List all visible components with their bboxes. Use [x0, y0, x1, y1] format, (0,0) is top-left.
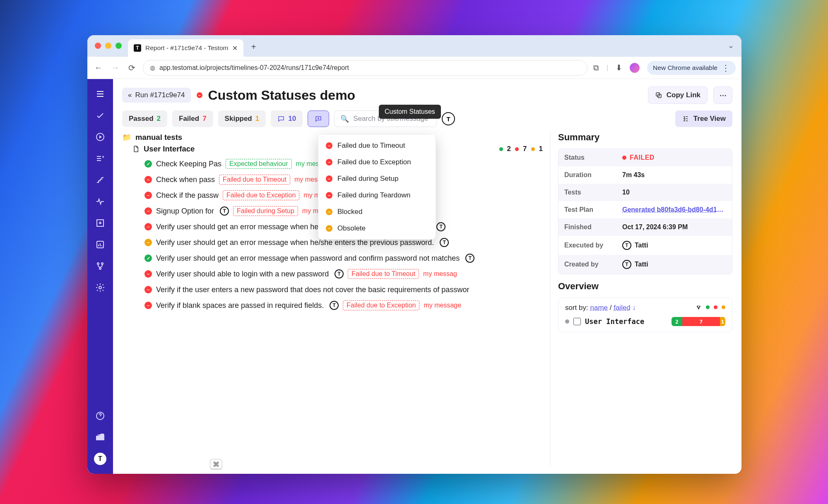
summary-created-by: TTatti: [616, 255, 732, 274]
status-option-label: Blocked: [337, 208, 362, 216]
custom-status-dropdown: –Failed due to Timeout–Failed due to Exc…: [318, 135, 436, 240]
status-badge: Failed due to Exception: [223, 190, 299, 200]
copy-link-label: Copy Link: [667, 91, 700, 99]
filter-failed[interactable]: Failed 7: [172, 110, 213, 127]
extensions-icon[interactable]: ⧉: [593, 63, 599, 72]
file-icon: [132, 145, 140, 153]
summary-plan[interactable]: Generated b80fa3d6-bd80-4d10-…: [616, 201, 732, 218]
new-chrome-pill[interactable]: New Chrome available ⋮: [647, 61, 736, 75]
test-title: Check if the passw: [156, 191, 219, 200]
toolbar-actions: ⧉ | ⬇ New Chrome available ⋮: [593, 61, 736, 75]
fail-status-icon: [144, 302, 152, 309]
pulse-icon[interactable]: [91, 192, 109, 211]
check-icon[interactable]: [91, 106, 109, 125]
page-header: « Run #171c9e74 – Custom Statuses demo C…: [113, 79, 741, 106]
play-icon[interactable]: [91, 128, 109, 146]
filter-custom-statuses[interactable]: [308, 110, 329, 127]
tooltip-custom-statuses: Custom Statuses: [379, 105, 441, 119]
tree-view-button[interactable]: Tree View: [675, 110, 732, 127]
tab-title: Report - #171c9e74 - Testom: [145, 44, 228, 52]
tree-view-label: Tree View: [693, 115, 726, 123]
pass-status-icon: [144, 160, 152, 168]
minimize-window[interactable]: [105, 43, 111, 49]
assignee-badge[interactable]: T: [442, 112, 455, 125]
test-row[interactable]: Verify if blank spaces are passed in req…: [122, 298, 543, 313]
fail-dot-icon: –: [326, 175, 332, 182]
chevron-left-icon: «: [128, 91, 132, 99]
url-text: app.testomat.io/projects/timelines-07-20…: [159, 64, 349, 72]
message-icon: [277, 115, 285, 122]
status-option-label: Failed due to Exception: [337, 158, 411, 166]
fail-status-icon: [144, 207, 152, 215]
status-option[interactable]: –Blocked: [318, 204, 436, 220]
folders-icon[interactable]: [91, 428, 109, 446]
tabs-dropdown-icon[interactable]: ⌄: [728, 41, 734, 50]
address-bar[interactable]: ◍ app.testomat.io/projects/timelines-07-…: [143, 60, 587, 76]
gear-icon[interactable]: [91, 278, 109, 297]
fail-dot-icon: –: [326, 192, 332, 199]
status-option[interactable]: –Failed during Setup: [318, 170, 436, 187]
close-tab-icon[interactable]: ✕: [232, 44, 238, 52]
status-option-label: Failed during Teardown: [337, 191, 410, 199]
run-chip-label: Run #171c9e74: [135, 91, 185, 99]
filter-skipped[interactable]: Skipped 1: [218, 110, 266, 127]
help-icon[interactable]: [91, 407, 109, 425]
sort-failed-link[interactable]: failed: [614, 304, 631, 312]
copy-link-button[interactable]: Copy Link: [648, 86, 708, 104]
browser-window: T Report - #171c9e74 - Testom ✕ + ⌄ ← → …: [87, 35, 741, 474]
summary-executed-by: TTatti: [616, 236, 732, 255]
test-row[interactable]: Verify if the user enters a new password…: [122, 282, 543, 298]
browser-tab[interactable]: T Report - #171c9e74 - Testom ✕: [128, 39, 243, 57]
sort-line: sort by: name / failed ↓ ⛛: [565, 304, 725, 312]
fail-dot-icon: –: [326, 142, 332, 149]
back-button[interactable]: ←: [93, 63, 104, 72]
analytics-icon[interactable]: [91, 235, 109, 254]
close-window[interactable]: [95, 43, 101, 49]
status-option[interactable]: –Failed due to Exception: [318, 154, 436, 170]
steps-icon[interactable]: [91, 171, 109, 189]
site-info-icon[interactable]: ◍: [150, 64, 155, 72]
reload-button[interactable]: ⟳: [126, 63, 137, 73]
sort-name-link[interactable]: name: [590, 304, 608, 312]
more-menu-button[interactable]: ⋯: [713, 86, 732, 104]
command-key-hint: ⌘: [210, 459, 222, 470]
test-row[interactable]: Verify user should get an error message …: [122, 250, 543, 266]
status-option[interactable]: –Failed due to Timeout: [318, 137, 436, 154]
filter-passed[interactable]: Passed 2: [122, 110, 167, 127]
filter-messages-count: 10: [288, 115, 296, 123]
svg-point-4: [99, 268, 101, 269]
summary-tests: 10: [616, 184, 732, 201]
test-row[interactable]: Verify user should able to login with a …: [122, 266, 543, 282]
assignee-mini-badge: T: [465, 254, 474, 263]
filter-messages[interactable]: 10: [271, 110, 303, 127]
new-tab-button[interactable]: +: [248, 41, 259, 53]
overview-suite-row[interactable]: User Interface 2 7 1: [565, 317, 725, 326]
filter-passed-count: 2: [157, 115, 161, 123]
status-option[interactable]: –Obsolete: [318, 220, 436, 237]
import-icon[interactable]: [91, 214, 109, 232]
sort-arrow-icon[interactable]: ↓: [633, 304, 636, 312]
app-logo[interactable]: T: [91, 450, 109, 468]
profile-avatar[interactable]: [630, 63, 640, 73]
branch-icon[interactable]: [91, 257, 109, 275]
filter-funnel-icon[interactable]: ⛛: [696, 304, 702, 311]
tree-icon: [682, 115, 689, 122]
assignee-mini-badge: T: [436, 222, 445, 231]
status-option-label: Failed due to Timeout: [337, 142, 405, 150]
downloads-icon[interactable]: ⬇: [616, 63, 622, 72]
chrome-menu-icon[interactable]: ⋮: [722, 63, 730, 73]
hamburger-icon[interactable]: [91, 85, 109, 103]
fail-status-icon: [144, 223, 152, 230]
test-title: Check when pass: [156, 175, 215, 184]
status-badge: Expected behaviour: [226, 159, 291, 169]
maximize-window[interactable]: [116, 43, 122, 49]
forward-button[interactable]: →: [110, 63, 120, 72]
status-badge: Failed due to Exception: [343, 300, 419, 310]
suite-mini-stats: 2 7 1: [499, 145, 543, 153]
svg-point-5: [99, 286, 101, 289]
filter-skipped-count: 1: [255, 115, 259, 123]
filter-skipped-label: Skipped: [225, 115, 252, 123]
status-option[interactable]: –Failed during Teardown: [318, 187, 436, 204]
checklist-icon[interactable]: [91, 149, 109, 168]
back-to-run-chip[interactable]: « Run #171c9e74: [122, 88, 191, 103]
